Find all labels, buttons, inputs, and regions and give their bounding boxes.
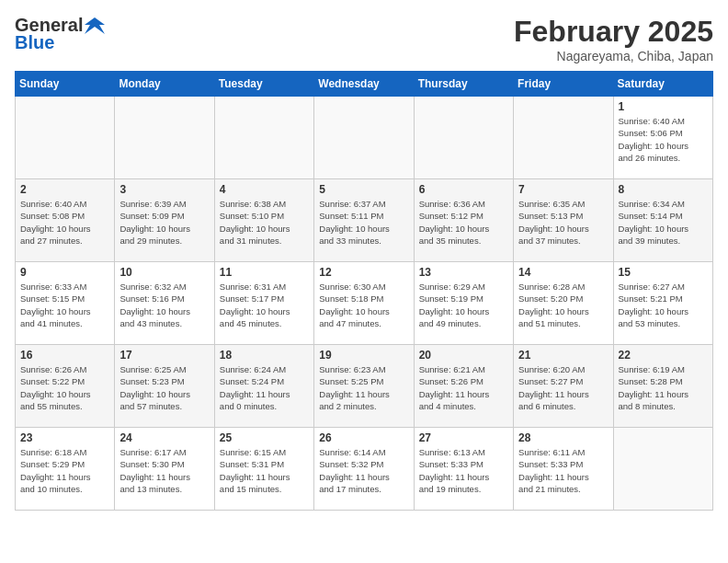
calendar-cell: 19Sunrise: 6:23 AM Sunset: 5:25 PM Dayli… bbox=[314, 345, 414, 428]
day-number: 17 bbox=[119, 349, 209, 362]
day-number: 21 bbox=[518, 349, 608, 362]
day-info: Sunrise: 6:35 AM Sunset: 5:13 PM Dayligh… bbox=[518, 198, 608, 247]
day-info: Sunrise: 6:20 AM Sunset: 5:27 PM Dayligh… bbox=[518, 363, 608, 412]
day-number: 19 bbox=[319, 349, 408, 362]
day-info: Sunrise: 6:25 AM Sunset: 5:23 PM Dayligh… bbox=[119, 363, 209, 412]
day-number: 2 bbox=[20, 183, 109, 196]
calendar-cell: 17Sunrise: 6:25 AM Sunset: 5:23 PM Dayli… bbox=[115, 345, 214, 428]
day-info: Sunrise: 6:29 AM Sunset: 5:19 PM Dayligh… bbox=[419, 281, 508, 329]
day-number: 15 bbox=[619, 266, 708, 279]
day-number: 8 bbox=[619, 183, 708, 196]
day-number: 22 bbox=[619, 349, 708, 362]
weekday-header-wednesday: Wednesday bbox=[314, 72, 414, 97]
calendar-cell: 9Sunrise: 6:33 AM Sunset: 5:15 PM Daylig… bbox=[16, 262, 115, 345]
calendar-week-row: 23Sunrise: 6:18 AM Sunset: 5:29 PM Dayli… bbox=[16, 428, 713, 511]
calendar-cell: 15Sunrise: 6:27 AM Sunset: 5:21 PM Dayli… bbox=[613, 262, 712, 345]
day-info: Sunrise: 6:18 AM Sunset: 5:29 PM Dayligh… bbox=[20, 446, 109, 495]
calendar-cell bbox=[514, 97, 613, 179]
calendar-week-row: 1Sunrise: 6:40 AM Sunset: 5:06 PM Daylig… bbox=[16, 97, 713, 179]
day-number: 18 bbox=[220, 349, 309, 362]
day-number: 5 bbox=[319, 183, 408, 196]
day-number: 14 bbox=[518, 266, 608, 279]
calendar-cell bbox=[214, 97, 313, 179]
day-number: 24 bbox=[119, 431, 209, 444]
calendar-cell: 27Sunrise: 6:13 AM Sunset: 5:33 PM Dayli… bbox=[414, 428, 513, 511]
calendar-cell: 1Sunrise: 6:40 AM Sunset: 5:06 PM Daylig… bbox=[613, 97, 712, 179]
logo: General Blue bbox=[15, 15, 105, 53]
day-info: Sunrise: 6:37 AM Sunset: 5:11 PM Dayligh… bbox=[319, 198, 408, 247]
calendar-title: February 2025 bbox=[514, 15, 713, 49]
day-info: Sunrise: 6:13 AM Sunset: 5:33 PM Dayligh… bbox=[419, 446, 508, 495]
day-info: Sunrise: 6:38 AM Sunset: 5:10 PM Dayligh… bbox=[220, 198, 309, 247]
calendar-cell bbox=[115, 97, 214, 179]
day-number: 10 bbox=[119, 266, 209, 279]
calendar-cell: 13Sunrise: 6:29 AM Sunset: 5:19 PM Dayli… bbox=[414, 262, 513, 345]
day-info: Sunrise: 6:27 AM Sunset: 5:21 PM Dayligh… bbox=[619, 281, 708, 329]
calendar-subtitle: Nagareyama, Chiba, Japan bbox=[514, 49, 713, 63]
weekday-header-monday: Monday bbox=[115, 72, 214, 97]
header: General Blue February 2025 Nagareyama, C… bbox=[15, 15, 713, 63]
calendar-cell bbox=[314, 97, 414, 179]
day-info: Sunrise: 6:40 AM Sunset: 5:08 PM Dayligh… bbox=[20, 198, 109, 247]
weekday-header-friday: Friday bbox=[514, 72, 613, 97]
day-info: Sunrise: 6:34 AM Sunset: 5:14 PM Dayligh… bbox=[619, 198, 708, 247]
calendar-cell: 7Sunrise: 6:35 AM Sunset: 5:13 PM Daylig… bbox=[514, 179, 613, 262]
calendar-cell bbox=[414, 97, 513, 179]
calendar-cell: 6Sunrise: 6:36 AM Sunset: 5:12 PM Daylig… bbox=[414, 179, 513, 262]
calendar-cell: 18Sunrise: 6:24 AM Sunset: 5:24 PM Dayli… bbox=[214, 345, 313, 428]
calendar-cell bbox=[16, 97, 115, 179]
calendar-cell: 8Sunrise: 6:34 AM Sunset: 5:14 PM Daylig… bbox=[613, 179, 712, 262]
svg-marker-0 bbox=[85, 17, 105, 34]
calendar-cell: 14Sunrise: 6:28 AM Sunset: 5:20 PM Dayli… bbox=[514, 262, 613, 345]
day-info: Sunrise: 6:39 AM Sunset: 5:09 PM Dayligh… bbox=[119, 198, 209, 247]
day-number: 1 bbox=[619, 100, 708, 113]
day-info: Sunrise: 6:32 AM Sunset: 5:16 PM Dayligh… bbox=[119, 281, 209, 329]
day-number: 25 bbox=[220, 431, 309, 444]
calendar-table: SundayMondayTuesdayWednesdayThursdayFrid… bbox=[15, 71, 713, 511]
weekday-header-row: SundayMondayTuesdayWednesdayThursdayFrid… bbox=[16, 72, 713, 97]
day-info: Sunrise: 6:24 AM Sunset: 5:24 PM Dayligh… bbox=[220, 363, 309, 412]
calendar-cell: 26Sunrise: 6:14 AM Sunset: 5:32 PM Dayli… bbox=[314, 428, 414, 511]
day-info: Sunrise: 6:11 AM Sunset: 5:33 PM Dayligh… bbox=[518, 446, 608, 495]
calendar-cell: 21Sunrise: 6:20 AM Sunset: 5:27 PM Dayli… bbox=[514, 345, 613, 428]
day-info: Sunrise: 6:36 AM Sunset: 5:12 PM Dayligh… bbox=[419, 198, 508, 247]
day-info: Sunrise: 6:28 AM Sunset: 5:20 PM Dayligh… bbox=[518, 281, 608, 329]
weekday-header-sunday: Sunday bbox=[16, 72, 115, 97]
calendar-cell: 10Sunrise: 6:32 AM Sunset: 5:16 PM Dayli… bbox=[115, 262, 214, 345]
calendar-cell: 4Sunrise: 6:38 AM Sunset: 5:10 PM Daylig… bbox=[214, 179, 313, 262]
weekday-header-thursday: Thursday bbox=[414, 72, 513, 97]
logo-blue: Blue bbox=[15, 32, 54, 53]
day-number: 6 bbox=[419, 183, 508, 196]
calendar-week-row: 2Sunrise: 6:40 AM Sunset: 5:08 PM Daylig… bbox=[16, 179, 713, 262]
day-number: 23 bbox=[20, 431, 109, 444]
calendar-cell: 5Sunrise: 6:37 AM Sunset: 5:11 PM Daylig… bbox=[314, 179, 414, 262]
calendar-cell: 25Sunrise: 6:15 AM Sunset: 5:31 PM Dayli… bbox=[214, 428, 313, 511]
day-number: 12 bbox=[319, 266, 408, 279]
calendar-week-row: 9Sunrise: 6:33 AM Sunset: 5:15 PM Daylig… bbox=[16, 262, 713, 345]
calendar-cell bbox=[613, 428, 712, 511]
day-number: 11 bbox=[220, 266, 309, 279]
calendar-cell: 16Sunrise: 6:26 AM Sunset: 5:22 PM Dayli… bbox=[16, 345, 115, 428]
day-number: 3 bbox=[119, 183, 209, 196]
calendar-body: 1Sunrise: 6:40 AM Sunset: 5:06 PM Daylig… bbox=[16, 97, 713, 511]
day-number: 13 bbox=[419, 266, 508, 279]
day-number: 4 bbox=[220, 183, 309, 196]
calendar-cell: 22Sunrise: 6:19 AM Sunset: 5:28 PM Dayli… bbox=[613, 345, 712, 428]
day-number: 7 bbox=[518, 183, 608, 196]
calendar-cell: 20Sunrise: 6:21 AM Sunset: 5:26 PM Dayli… bbox=[414, 345, 513, 428]
day-info: Sunrise: 6:17 AM Sunset: 5:30 PM Dayligh… bbox=[119, 446, 209, 495]
day-number: 28 bbox=[518, 431, 608, 444]
day-number: 27 bbox=[419, 431, 508, 444]
day-number: 16 bbox=[20, 349, 109, 362]
calendar-cell: 12Sunrise: 6:30 AM Sunset: 5:18 PM Dayli… bbox=[314, 262, 414, 345]
day-info: Sunrise: 6:33 AM Sunset: 5:15 PM Dayligh… bbox=[20, 281, 109, 329]
day-number: 26 bbox=[319, 431, 408, 444]
day-info: Sunrise: 6:26 AM Sunset: 5:22 PM Dayligh… bbox=[20, 363, 109, 412]
day-info: Sunrise: 6:19 AM Sunset: 5:28 PM Dayligh… bbox=[619, 363, 708, 412]
day-number: 9 bbox=[20, 266, 109, 279]
calendar-cell: 3Sunrise: 6:39 AM Sunset: 5:09 PM Daylig… bbox=[115, 179, 214, 262]
title-area: February 2025 Nagareyama, Chiba, Japan bbox=[514, 15, 713, 63]
calendar-cell: 24Sunrise: 6:17 AM Sunset: 5:30 PM Dayli… bbox=[115, 428, 214, 511]
day-info: Sunrise: 6:40 AM Sunset: 5:06 PM Dayligh… bbox=[619, 115, 708, 164]
calendar-cell: 23Sunrise: 6:18 AM Sunset: 5:29 PM Dayli… bbox=[16, 428, 115, 511]
